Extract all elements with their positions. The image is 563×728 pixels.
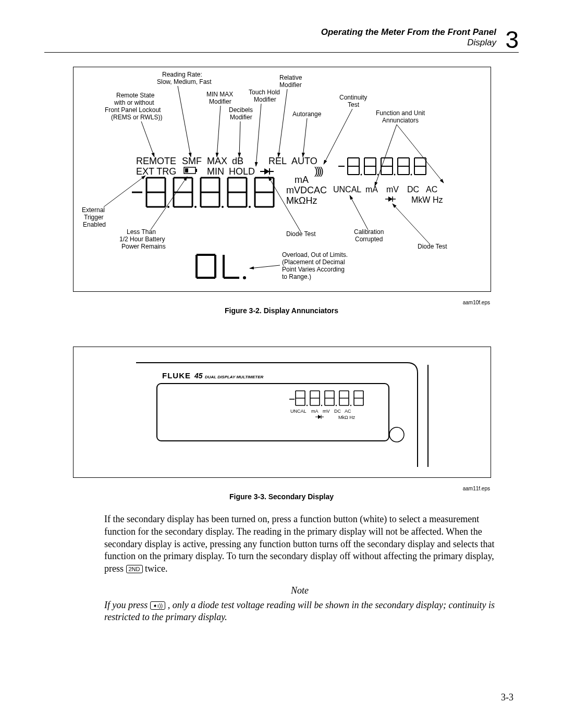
svg-text:MIN MAX: MIN MAX [206, 91, 233, 98]
callout-overload: Overload, Out of Limits. (Placement of D… [282, 251, 348, 280]
secondary-units-fig2: UNCAL mA mV DC AC MkΩ Hz [290, 409, 356, 420]
svg-text:(REMS or RWLS)): (REMS or RWLS)) [111, 114, 162, 121]
svg-text:HOLD: HOLD [229, 166, 255, 177]
svg-text:Modifier: Modifier [209, 98, 231, 105]
svg-text:MkW Hz: MkW Hz [411, 195, 443, 204]
svg-line-25 [303, 118, 307, 157]
svg-rect-38 [185, 168, 188, 172]
svg-text:Less Than: Less Than [127, 228, 156, 236]
svg-text:Relative: Relative [279, 74, 302, 81]
knob-icon [389, 427, 404, 442]
callout-continuity: Continuity Test [339, 94, 367, 108]
paragraph-tail: twice. [145, 563, 167, 574]
svg-text:Reading Rate:: Reading Rate: [162, 71, 202, 78]
svg-text:UNCAL: UNCAL [333, 185, 361, 194]
svg-text:mV: mV [323, 409, 330, 414]
svg-text:DC: DC [407, 185, 419, 194]
svg-text:mA: mA [295, 175, 309, 185]
multimeter-subtitle: DUAL DISPLAY MULTIMETER [205, 375, 264, 379]
svg-text:AC: AC [345, 409, 351, 414]
callout-autorange: Autorange [292, 110, 322, 118]
page-number: 3-3 [501, 692, 513, 703]
svg-text:UNCAL: UNCAL [290, 409, 307, 414]
key-2nd: 2ND [126, 565, 143, 573]
header-subtitle: Display [321, 38, 496, 48]
svg-point-46 [222, 206, 224, 208]
callout-ext-trigger: External Trigger Enabled [82, 206, 106, 228]
svg-text:Continuity: Continuity [339, 94, 367, 101]
svg-point-53 [377, 174, 379, 176]
svg-text:to Range.): to Range.) [282, 273, 311, 280]
svg-line-76 [350, 195, 368, 230]
svg-line-67 [104, 176, 145, 207]
figure-secondary-display: FLUKE 45 DUAL DISPLAY MULTIMETER UNCAL m… [73, 347, 491, 478]
svg-line-78 [393, 204, 430, 244]
note-heading: Note [104, 585, 495, 597]
svg-text:Touch Hold: Touch Hold [249, 89, 280, 96]
svg-text:Slow, Medium, Fast: Slow, Medium, Fast [157, 78, 212, 85]
brand-fluke: FLUKE [162, 371, 191, 380]
callout-calibration: Calibration Corrupted [354, 228, 384, 243]
svg-text:mA: mA [311, 409, 319, 414]
svg-text:EXT TRG: EXT TRG [136, 166, 176, 177]
svg-line-21 [141, 121, 154, 157]
svg-text:MAX: MAX [207, 156, 227, 166]
svg-text:Diode Test: Diode Test [418, 243, 447, 250]
svg-text:REL: REL [268, 156, 287, 166]
secondary-digits-fig1 [338, 158, 426, 176]
svg-point-55 [411, 174, 412, 176]
figure2-caption: Figure 3-3. Secondary Display [73, 492, 490, 501]
primary-digits [132, 178, 274, 208]
chapter-number: 3 [505, 26, 519, 54]
svg-point-92 [350, 405, 351, 406]
svg-text:Overload, Out of Limits.: Overload, Out of Limits. [282, 251, 348, 258]
svg-point-47 [249, 206, 251, 208]
callout-decibels: Decibels Modifier [229, 106, 253, 121]
svg-text:DC: DC [334, 409, 341, 414]
svg-text:mA: mA [365, 185, 378, 194]
svg-text:Calibration: Calibration [354, 228, 384, 236]
model-45: 45 [194, 372, 203, 380]
svg-text:with or without: with or without [114, 99, 154, 106]
key-diode-continuity: ➧ı)) [150, 601, 165, 610]
svg-text:Power Remains: Power Remains [121, 243, 166, 250]
svg-text:External: External [82, 206, 105, 214]
svg-point-91 [336, 405, 337, 406]
secondary-units: UNCAL mA mV DC AC MkW Hz [333, 185, 443, 204]
continuity-icon: )))) [314, 165, 323, 177]
callout-touch-hold: Touch Hold Modifier [249, 89, 280, 103]
svg-text:MkΩHz: MkΩHz [286, 195, 317, 206]
body-text: If the secondary display has been turned… [104, 513, 495, 624]
svg-text:Front Panel Lockout: Front Panel Lockout [105, 106, 161, 114]
secondary-digits-fig2 [289, 391, 363, 406]
svg-line-84 [250, 265, 280, 268]
svg-line-26 [324, 109, 352, 164]
callout-diode-test-2: Diode Test [418, 243, 447, 250]
svg-point-44 [167, 206, 169, 208]
figure1-eps: aam10f.eps [463, 300, 490, 305]
svg-point-89 [307, 405, 308, 406]
svg-point-79 [243, 276, 246, 279]
svg-point-90 [321, 405, 322, 406]
svg-line-19 [178, 86, 191, 157]
svg-text:Trigger: Trigger [84, 214, 104, 221]
svg-text:mV: mV [386, 185, 399, 194]
svg-text:Corrupted: Corrupted [355, 236, 383, 243]
figure1-caption: Figure 3-2. Display Annunciators [73, 306, 490, 315]
primary-units: mA mVDCAC MkΩHz [286, 175, 327, 206]
svg-line-20 [278, 89, 287, 157]
svg-text:Point Varies According: Point Varies According [282, 266, 345, 273]
page-header: Operating the Meter From the Front Panel… [321, 27, 496, 48]
svg-point-52 [361, 174, 362, 176]
svg-line-23 [256, 104, 261, 166]
diode-icon [260, 168, 274, 175]
svg-point-45 [194, 206, 197, 208]
svg-text:SMF: SMF [182, 156, 202, 166]
callout-remote-state: Remote State with or without Front Panel… [105, 92, 162, 121]
svg-text:Decibels: Decibels [229, 106, 253, 114]
svg-text:Diode Test: Diode Test [286, 230, 316, 238]
svg-text:AC: AC [426, 185, 437, 194]
header-title: Operating the Meter From the Front Panel [321, 27, 496, 38]
svg-line-22 [217, 106, 221, 157]
svg-text:Test: Test [348, 101, 360, 108]
